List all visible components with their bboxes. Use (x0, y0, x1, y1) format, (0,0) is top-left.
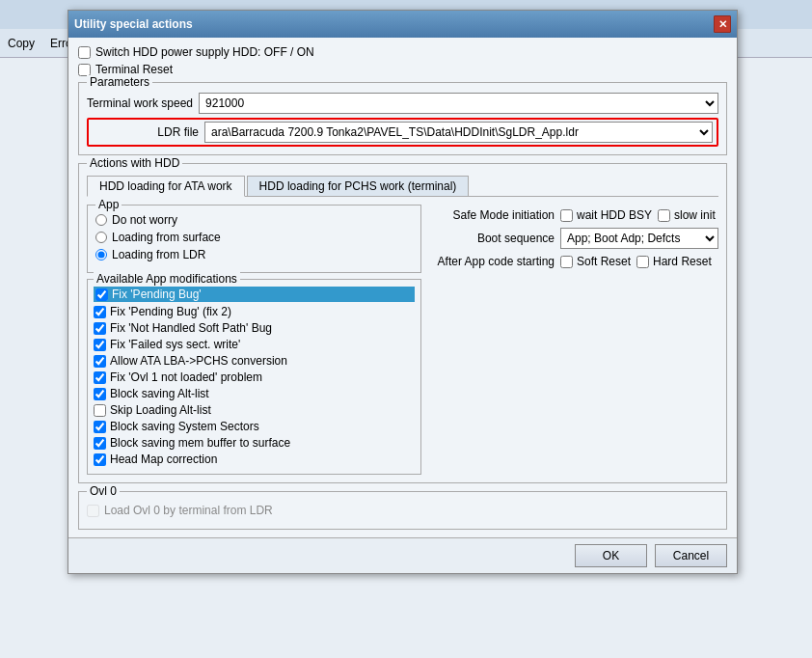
wait-hdd-bsy-checkbox[interactable] (560, 209, 573, 222)
terminal-speed-select[interactable]: 921000 (199, 93, 718, 114)
soft-reset-label: Soft Reset (577, 255, 631, 268)
wait-hdd-bsy-label: wait HDD BSY (577, 208, 652, 222)
mod-row-6: Block saving Alt-list (94, 387, 415, 400)
radio-do-not-worry-label: Do not worry (112, 213, 177, 227)
slow-init-check: slow init (658, 208, 716, 222)
radio-loading-ldr-label: Loading from LDR (112, 248, 205, 261)
load-ovl-label: Load Ovl 0 by terminal from LDR (104, 504, 273, 517)
mod-label-7: Skip Loading Alt-list (110, 403, 211, 417)
tab-content: App Do not worry Loading from surface Lo… (87, 205, 718, 475)
mod-label-0: Fix 'Pending Bug' (112, 288, 202, 301)
load-ovl-row: Load Ovl 0 by terminal from LDR (87, 504, 718, 517)
mod-row-4: Allow ATA LBA->PCHS conversion (94, 354, 415, 368)
bg-toolbar-copy: Copy (8, 37, 35, 50)
tab-ata-work[interactable]: HDD loading for ATA work (87, 176, 245, 197)
hdd-power-row: Switch HDD power supply HDD: OFF / ON (78, 45, 727, 59)
load-ovl-checkbox (87, 505, 99, 517)
mod-checkbox-4[interactable] (94, 355, 106, 368)
mod-label-5: Fix 'Ovl 1 not loaded' problem (110, 370, 262, 384)
terminal-reset-checkbox[interactable] (78, 64, 91, 76)
soft-reset-check: Soft Reset (560, 255, 631, 268)
actions-group: Actions with HDD HDD loading for ATA wor… (78, 163, 727, 483)
terminal-reset-label: Terminal Reset (95, 63, 173, 76)
mod-row-0: Fix 'Pending Bug' (94, 287, 415, 302)
safe-mode-row: Safe Mode initiation wait HDD BSY slow i… (429, 208, 718, 222)
parameters-group: Parameters Terminal work speed 921000 LD… (78, 82, 727, 155)
dialog-title: Utility special actions (74, 17, 714, 31)
radio-do-not-worry-input[interactable] (95, 214, 107, 226)
mod-label-10: Head Map correction (110, 452, 217, 466)
ovl-group-label: Ovl 0 (87, 484, 120, 498)
terminal-reset-row: Terminal Reset (78, 63, 727, 76)
mod-checkbox-1[interactable] (94, 306, 106, 318)
mod-label-1: Fix 'Pending Bug' (fix 2) (110, 305, 231, 318)
mod-row-2: Fix 'Not Handled Soft Path' Bug (94, 321, 415, 335)
cancel-button[interactable]: Cancel (655, 544, 727, 567)
hdd-power-checkbox[interactable] (78, 46, 91, 59)
mod-checkbox-7[interactable] (94, 404, 106, 417)
ovl-group: Ovl 0 Load Ovl 0 by terminal from LDR (78, 491, 727, 530)
tab-pchs-work[interactable]: HDD loading for PCHS work (terminal) (247, 176, 470, 196)
hdd-power-label: Switch HDD power supply HDD: OFF / ON (95, 45, 314, 59)
boot-sequence-row: Boot sequence App; Boot Adp; Defcts (429, 228, 718, 249)
mod-checkbox-6[interactable] (94, 388, 106, 400)
ldr-file-select[interactable]: ara\Barracuda 7200.9 Tonka2\PAVEL_TS\Dat… (204, 122, 713, 143)
mod-row-5: Fix 'Ovl 1 not loaded' problem (94, 370, 415, 384)
tab-left-panel: App Do not worry Loading from surface Lo… (87, 205, 421, 475)
radio-loading-surface-label: Loading from surface (112, 231, 221, 244)
mod-checkbox-8[interactable] (94, 421, 106, 433)
ldr-file-label: LDR file (93, 125, 199, 139)
hard-reset-check: Hard Reset (636, 255, 712, 268)
ldr-file-row: LDR file ara\Barracuda 7200.9 Tonka2\PAV… (87, 118, 718, 147)
mod-label-2: Fix 'Not Handled Soft Path' Bug (110, 321, 272, 335)
mod-row-3: Fix 'Failed sys sect. write' (94, 338, 415, 351)
dialog-titlebar: Utility special actions ✕ (68, 11, 737, 38)
radio-loading-ldr: Loading from LDR (95, 248, 413, 261)
radio-loading-surface: Loading from surface (95, 231, 413, 244)
mod-checkbox-9[interactable] (94, 437, 106, 450)
mod-row-7: Skip Loading Alt-list (94, 403, 415, 417)
utility-dialog: Utility special actions ✕ Switch HDD pow… (68, 10, 738, 574)
boot-sequence-label: Boot sequence (429, 232, 555, 245)
radio-loading-surface-input[interactable] (95, 232, 107, 243)
mod-checkbox-3[interactable] (94, 339, 106, 351)
tab-bar: HDD loading for ATA work HDD loading for… (87, 176, 718, 197)
app-group: App Do not worry Loading from surface Lo… (87, 205, 421, 273)
mod-label-3: Fix 'Failed sys sect. write' (110, 338, 240, 351)
right-controls: Safe Mode initiation wait HDD BSY slow i… (429, 205, 718, 268)
mod-label-9: Block saving mem buffer to surface (110, 436, 290, 450)
ok-button[interactable]: OK (575, 544, 647, 567)
mod-checkbox-2[interactable] (94, 322, 106, 335)
mod-checkbox-0[interactable] (95, 288, 108, 301)
app-group-label: App (95, 198, 122, 211)
radio-loading-ldr-input[interactable] (95, 249, 107, 260)
modifications-group: Available App modifications Fix 'Pending… (87, 279, 421, 475)
mod-row-10: Head Map correction (94, 452, 415, 466)
mod-label-8: Block saving System Sectors (110, 420, 259, 433)
close-button[interactable]: ✕ (714, 15, 731, 33)
mod-checkbox-5[interactable] (94, 371, 106, 384)
mod-label-6: Block saving Alt-list (110, 387, 209, 400)
terminal-speed-label: Terminal work speed (87, 96, 193, 110)
after-app-label: After App code starting (429, 255, 555, 268)
slow-init-checkbox[interactable] (658, 209, 670, 222)
hard-reset-label: Hard Reset (653, 255, 712, 268)
hard-reset-checkbox[interactable] (636, 256, 649, 268)
mod-checkbox-10[interactable] (94, 453, 106, 466)
dialog-body: Switch HDD power supply HDD: OFF / ON Te… (68, 38, 737, 537)
modifications-label: Available App modifications (94, 272, 240, 286)
mod-label-4: Allow ATA LBA->PCHS conversion (110, 354, 287, 368)
radio-do-not-worry: Do not worry (95, 213, 413, 227)
actions-group-label: Actions with HDD (87, 156, 182, 170)
top-checkboxes: Switch HDD power supply HDD: OFF / ON Te… (78, 45, 727, 76)
mod-row-1: Fix 'Pending Bug' (fix 2) (94, 305, 415, 318)
tab-right-panel: Safe Mode initiation wait HDD BSY slow i… (429, 205, 718, 475)
mod-row-8: Block saving System Sectors (94, 420, 415, 433)
after-app-row: After App code starting Soft Reset Hard … (429, 255, 718, 268)
boot-sequence-select[interactable]: App; Boot Adp; Defcts (560, 228, 718, 249)
mod-row-9: Block saving mem buffer to surface (94, 436, 415, 450)
wait-hdd-bsy-check: wait HDD BSY (560, 208, 652, 222)
parameters-group-label: Parameters (87, 75, 152, 89)
dialog-footer: OK Cancel (68, 537, 737, 573)
soft-reset-checkbox[interactable] (560, 256, 573, 268)
